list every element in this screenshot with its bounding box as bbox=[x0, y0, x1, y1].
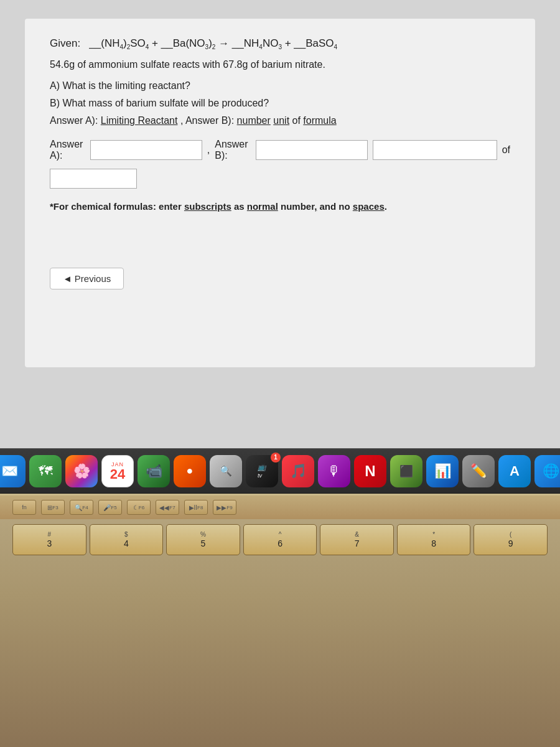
answer-b-label: Answer B): bbox=[215, 139, 250, 161]
podcasts-icon: 🎙 bbox=[327, 463, 341, 479]
dock-icon-calendar[interactable]: JAN 24 bbox=[101, 455, 134, 487]
f8-icon: ▶II bbox=[189, 504, 198, 511]
dock-icon-facetime[interactable]: 📹 bbox=[138, 455, 170, 487]
dock-icon-netflix[interactable]: N bbox=[354, 455, 386, 487]
key-9-top: ( bbox=[510, 531, 511, 538]
f9-key[interactable]: ▶▶ F9 bbox=[213, 500, 236, 515]
f9-label: F9 bbox=[226, 505, 232, 510]
netflix-icon: N bbox=[365, 463, 375, 480]
comma-underline: , bbox=[314, 201, 317, 212]
answer-b-number-input[interactable] bbox=[256, 140, 368, 160]
key-5-bottom: 5 bbox=[201, 538, 206, 549]
f3-icon: ⊞ bbox=[47, 504, 52, 511]
number-row: # 3 $ 4 % 5 ^ 6 & 7 * 8 bbox=[12, 524, 548, 555]
subscripts-underline: subscripts bbox=[184, 201, 231, 212]
dock-icon-pencil[interactable]: ✏️ bbox=[462, 455, 495, 487]
appstore-icon: A bbox=[510, 463, 520, 479]
f7-label: F7 bbox=[169, 505, 175, 510]
f4-icon: 🔍 bbox=[75, 504, 82, 511]
orange-app-icon: ● bbox=[187, 464, 194, 477]
equation: __(NH4)2SO4 + __Ba(NO3)2 → __NH4NO3 + __… bbox=[89, 37, 337, 49]
answer-template-b-num: number bbox=[237, 115, 271, 126]
dock-icon-appstore[interactable]: A bbox=[498, 455, 531, 487]
mail-icon: ✉️ bbox=[1, 463, 18, 479]
key-8[interactable]: * 8 bbox=[397, 524, 471, 555]
dock-icon-notch[interactable]: ⬛ bbox=[390, 455, 422, 487]
fn-key[interactable]: fn bbox=[12, 500, 36, 515]
answer-a-label: Answer A): bbox=[50, 139, 85, 161]
answer-a-input[interactable] bbox=[90, 140, 202, 160]
music-icon: 🎵 bbox=[290, 463, 307, 479]
key-6[interactable]: ^ 6 bbox=[243, 524, 317, 555]
f9-icon: ▶▶ bbox=[217, 504, 226, 511]
screen: Given: __(NH4)2SO4 + __Ba(NO3)2 → __NH4N… bbox=[0, 0, 560, 448]
key-8-top: * bbox=[432, 531, 435, 538]
answer-template-b-unit: unit bbox=[273, 115, 289, 126]
answer-template-b-formula: formula bbox=[303, 115, 336, 126]
key-7[interactable]: & 7 bbox=[320, 524, 394, 555]
f7-key[interactable]: ◀◀ F7 bbox=[156, 500, 179, 515]
keyboard-main: # 3 $ 4 % 5 ^ 6 & 7 * 8 bbox=[0, 519, 560, 563]
key-7-bottom: 7 bbox=[355, 538, 360, 549]
dock-icon-chart[interactable]: 📊 bbox=[426, 455, 459, 487]
key-5-top: % bbox=[200, 531, 206, 538]
spaces-underline: spaces bbox=[353, 201, 385, 212]
answer-template-a: Limiting Reactant bbox=[101, 115, 178, 126]
of-text: of bbox=[502, 144, 510, 156]
siri-icon: 🔍 bbox=[220, 465, 232, 477]
appletv-badge: 1 bbox=[271, 453, 281, 463]
f6-label: F6 bbox=[139, 505, 144, 510]
f8-key[interactable]: ▶II F8 bbox=[184, 500, 208, 515]
dock-icon-appletv[interactable]: 📺tv 1 bbox=[246, 455, 278, 487]
f3-key[interactable]: ⊞ F3 bbox=[41, 500, 65, 515]
prev-arrow: ◄ bbox=[63, 273, 72, 284]
extra-input-box[interactable] bbox=[50, 169, 137, 189]
f4-key[interactable]: 🔍 F4 bbox=[70, 500, 93, 515]
answer-input-row: Answer A): , Answer B): of bbox=[50, 139, 510, 161]
chart-icon: 📊 bbox=[434, 463, 451, 479]
calendar-date: 24 bbox=[110, 467, 125, 481]
dock-icon-maps[interactable]: 🗺 bbox=[29, 455, 62, 487]
key-4[interactable]: $ 4 bbox=[90, 524, 164, 555]
f5-label: F5 bbox=[111, 505, 116, 510]
dock-icon-photos[interactable]: 🌸 bbox=[65, 455, 98, 487]
dock-icon-podcasts[interactable]: 🎙 bbox=[318, 455, 350, 487]
dock-icon-safari[interactable]: 🌐 bbox=[534, 455, 560, 487]
dock-icon-orange-app[interactable]: ● bbox=[174, 455, 206, 487]
answer-b-unit-input[interactable] bbox=[373, 140, 497, 160]
answer-template: Answer A): Limiting Reactant , Answer B)… bbox=[50, 115, 510, 126]
facetime-icon: 📹 bbox=[146, 463, 162, 479]
key-5[interactable]: % 5 bbox=[166, 524, 240, 555]
navigation-area: ◄ Previous bbox=[50, 243, 510, 289]
dock-icon-siri[interactable]: 🔍 bbox=[210, 455, 242, 487]
key-7-top: & bbox=[355, 531, 359, 538]
safari-icon: 🌐 bbox=[543, 463, 559, 479]
question-b: B) What mass of barium sulfate will be p… bbox=[50, 98, 510, 109]
prev-label: Previous bbox=[75, 273, 111, 284]
question-a: A) What is the limiting reactant? bbox=[50, 80, 510, 92]
chemical-note: *For chemical formulas: enter subscripts… bbox=[50, 201, 510, 212]
previous-button[interactable]: ◄ Previous bbox=[50, 268, 124, 289]
dock: ✉️ 🗺 🌸 JAN 24 📹 ● 🔍 📺tv 1 🎵 🎙 N bbox=[0, 448, 560, 493]
maps-icon: 🗺 bbox=[39, 463, 52, 479]
given-prefix: Given: bbox=[50, 37, 80, 49]
dock-icon-mail[interactable]: ✉️ bbox=[0, 455, 26, 487]
f4-label: F4 bbox=[82, 505, 88, 510]
photos-icon: 🌸 bbox=[73, 463, 90, 479]
key-4-bottom: 4 bbox=[124, 538, 129, 549]
f5-key[interactable]: 🎤 F5 bbox=[98, 500, 122, 515]
appletv-label: 📺tv bbox=[258, 463, 266, 479]
f6-key[interactable]: ☾ F6 bbox=[127, 500, 151, 515]
keyboard: fn ⊞ F3 🔍 F4 🎤 F5 ☾ F6 ◀◀ F7 ▶II F8 ▶▶ F… bbox=[0, 494, 560, 747]
key-6-bottom: 6 bbox=[278, 538, 282, 549]
key-9[interactable]: ( 9 bbox=[474, 524, 548, 555]
description-line: 54.6g of ammonium sulfate reacts with 67… bbox=[50, 59, 510, 70]
pencil-icon: ✏️ bbox=[470, 463, 487, 479]
key-9-bottom: 9 bbox=[508, 538, 513, 549]
key-3[interactable]: # 3 bbox=[12, 524, 86, 555]
f3-label: F3 bbox=[52, 505, 58, 510]
fn-key-row: fn ⊞ F3 🔍 F4 🎤 F5 ☾ F6 ◀◀ F7 ▶II F8 ▶▶ F… bbox=[0, 496, 560, 519]
f6-icon: ☾ bbox=[133, 504, 139, 511]
dock-icon-music[interactable]: 🎵 bbox=[282, 455, 314, 487]
notch-icon: ⬛ bbox=[399, 464, 413, 478]
